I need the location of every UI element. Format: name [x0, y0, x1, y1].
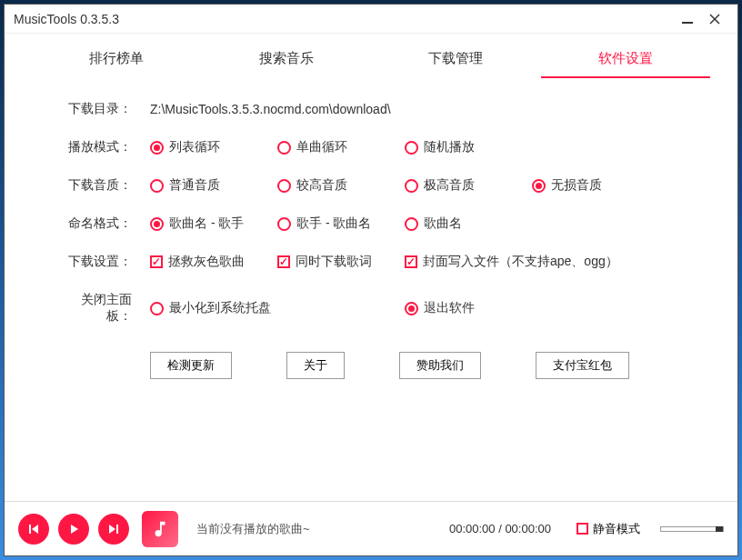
quality-label: 下载音质： — [59, 177, 132, 194]
dl-setting-cover[interactable]: 封面写入文件（不支持ape、ogg） — [405, 254, 618, 270]
quality-option-super[interactable]: 极高音质 — [405, 177, 532, 194]
checkbox-icon — [277, 255, 290, 268]
svg-marker-5 — [71, 525, 78, 534]
svg-rect-3 — [29, 525, 31, 534]
checkbox-icon — [405, 255, 417, 268]
now-playing-text: 当前没有播放的歌曲~ — [187, 521, 440, 537]
settings-panel: 下载目录： Z:\MusicTools.3.5.3.nocmd.com\down… — [5, 78, 737, 501]
radio-icon — [405, 179, 418, 193]
row-naming: 命名格式： 歌曲名 - 歌手 歌手 - 歌曲名 歌曲名 — [59, 215, 701, 232]
minimize-button[interactable] — [674, 5, 701, 33]
app-window: MusicTools 0.3.5.3 排行榜单 搜索音乐 下载管理 软件设置 下… — [4, 4, 738, 556]
check-update-button[interactable]: 检测更新 — [150, 352, 232, 379]
radio-icon — [150, 141, 164, 155]
quality-option-high[interactable]: 较高音质 — [277, 177, 405, 194]
close-button[interactable] — [701, 5, 728, 33]
naming-option-1[interactable]: 歌手 - 歌曲名 — [277, 215, 405, 232]
about-button[interactable]: 关于 — [286, 352, 345, 379]
row-dl-setting: 下载设置： 拯救灰色歌曲 同时下载歌词 封面写入文件（不支持ape、ogg） — [59, 254, 701, 270]
download-dir-label: 下载目录： — [59, 101, 132, 117]
play-button[interactable] — [58, 514, 89, 545]
next-button[interactable] — [98, 514, 129, 545]
quality-option-lossless[interactable]: 无损音质 — [532, 177, 659, 194]
checkbox-icon — [577, 523, 588, 535]
radio-icon — [405, 302, 418, 315]
row-quality: 下载音质： 普通音质 较高音质 极高音质 无损音质 — [59, 177, 701, 194]
tabs: 排行榜单 搜索音乐 下载管理 软件设置 — [5, 34, 737, 78]
radio-icon — [532, 179, 546, 193]
prev-button[interactable] — [18, 514, 49, 545]
close-option-exit[interactable]: 退出软件 — [405, 300, 532, 316]
svg-marker-4 — [32, 525, 38, 534]
time-display: 00:00:00 / 00:00:00 — [449, 522, 551, 535]
radio-icon — [150, 179, 164, 193]
svg-rect-0 — [682, 22, 693, 24]
naming-label: 命名格式： — [59, 215, 132, 232]
player-bar: 当前没有播放的歌曲~ 00:00:00 / 00:00:00 静音模式 — [5, 501, 737, 555]
titlebar: MusicTools 0.3.5.3 — [5, 5, 737, 34]
row-play-mode: 播放模式： 列表循环 单曲循环 随机播放 — [59, 139, 701, 155]
alipay-button[interactable]: 支付宝红包 — [536, 352, 629, 379]
play-mode-option-single[interactable]: 单曲循环 — [277, 139, 405, 155]
play-mode-option-random[interactable]: 随机播放 — [405, 139, 532, 155]
naming-option-2[interactable]: 歌曲名 — [405, 215, 532, 232]
button-row: 检测更新 关于 赞助我们 支付宝红包 — [59, 352, 701, 379]
svg-rect-6 — [116, 525, 118, 534]
window-title: MusicTools 0.3.5.3 — [14, 12, 674, 26]
row-close-panel: 关闭主面板： 最小化到系统托盘 退出软件 — [59, 292, 701, 325]
play-mode-option-loop[interactable]: 列表循环 — [150, 139, 277, 155]
radio-icon — [277, 141, 291, 155]
quality-option-normal[interactable]: 普通音质 — [150, 177, 277, 194]
tab-downloads[interactable]: 下载管理 — [371, 43, 541, 78]
dl-setting-gray[interactable]: 拯救灰色歌曲 — [150, 254, 277, 270]
album-art — [142, 511, 178, 547]
svg-marker-7 — [109, 525, 115, 534]
donate-button[interactable]: 赞助我们 — [399, 352, 481, 379]
download-dir-value[interactable]: Z:\MusicTools.3.5.3.nocmd.com\download\ — [150, 102, 701, 116]
radio-icon — [150, 302, 164, 315]
mute-toggle[interactable]: 静音模式 — [577, 521, 640, 537]
volume-slider[interactable] — [660, 526, 724, 532]
close-option-tray[interactable]: 最小化到系统托盘 — [150, 300, 405, 316]
play-mode-label: 播放模式： — [59, 139, 132, 155]
checkbox-icon — [150, 255, 163, 268]
tab-settings[interactable]: 软件设置 — [541, 43, 711, 78]
radio-icon — [405, 141, 418, 155]
radio-icon — [150, 217, 164, 231]
close-panel-label: 关闭主面板： — [59, 292, 132, 325]
dl-setting-lyrics[interactable]: 同时下载歌词 — [277, 254, 405, 270]
radio-icon — [277, 217, 291, 231]
dl-setting-label: 下载设置： — [59, 254, 132, 270]
volume-handle — [716, 526, 723, 532]
row-download-dir: 下载目录： Z:\MusicTools.3.5.3.nocmd.com\down… — [59, 101, 701, 117]
radio-icon — [405, 217, 418, 231]
tab-search[interactable]: 搜索音乐 — [202, 43, 372, 78]
naming-option-0[interactable]: 歌曲名 - 歌手 — [150, 215, 277, 232]
tab-ranking[interactable]: 排行榜单 — [32, 43, 202, 78]
radio-icon — [277, 179, 291, 193]
